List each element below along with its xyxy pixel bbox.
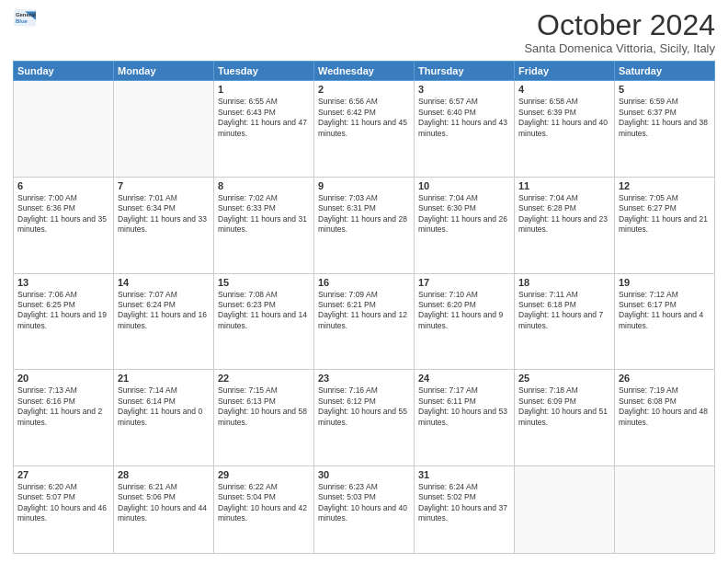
- day-info: Sunrise: 7:05 AM Sunset: 6:27 PM Dayligh…: [619, 193, 711, 236]
- weekday-header-wednesday: Wednesday: [314, 62, 415, 81]
- day-number: 13: [17, 277, 109, 288]
- day-number: 4: [518, 84, 610, 95]
- calendar-cell: 16Sunrise: 7:09 AM Sunset: 6:21 PM Dayli…: [314, 273, 415, 370]
- calendar-cell: 18Sunrise: 7:11 AM Sunset: 6:18 PM Dayli…: [515, 273, 615, 370]
- day-number: 25: [518, 373, 610, 384]
- calendar-cell: 9Sunrise: 7:03 AM Sunset: 6:31 PM Daylig…: [314, 177, 415, 273]
- calendar-cell: 29Sunrise: 6:22 AM Sunset: 5:04 PM Dayli…: [214, 465, 314, 553]
- day-info: Sunrise: 7:11 AM Sunset: 6:18 PM Dayligh…: [518, 290, 610, 332]
- calendar-cell: 25Sunrise: 7:18 AM Sunset: 6:09 PM Dayli…: [515, 370, 615, 466]
- calendar-title: October 2024: [524, 9, 715, 41]
- calendar-cell: 20Sunrise: 7:13 AM Sunset: 6:16 PM Dayli…: [14, 370, 114, 466]
- weekday-header-friday: Friday: [515, 62, 615, 81]
- day-number: 16: [318, 277, 410, 288]
- calendar-cell: 1Sunrise: 6:55 AM Sunset: 6:43 PM Daylig…: [214, 81, 314, 178]
- day-info: Sunrise: 6:59 AM Sunset: 6:37 PM Dayligh…: [619, 97, 711, 139]
- calendar-cell: 27Sunrise: 6:20 AM Sunset: 5:07 PM Dayli…: [14, 465, 114, 553]
- weekday-header-row: SundayMondayTuesdayWednesdayThursdayFrid…: [14, 62, 715, 81]
- day-number: 19: [619, 277, 711, 288]
- calendar-cell: 26Sunrise: 7:19 AM Sunset: 6:08 PM Dayli…: [615, 370, 715, 466]
- day-info: Sunrise: 7:04 AM Sunset: 6:30 PM Dayligh…: [418, 193, 510, 236]
- day-info: Sunrise: 7:13 AM Sunset: 6:16 PM Dayligh…: [17, 385, 109, 428]
- day-number: 3: [418, 84, 510, 95]
- day-info: Sunrise: 7:17 AM Sunset: 6:11 PM Dayligh…: [418, 385, 510, 428]
- day-number: 5: [619, 84, 711, 95]
- day-info: Sunrise: 6:55 AM Sunset: 6:43 PM Dayligh…: [218, 97, 310, 139]
- calendar-cell: [114, 81, 214, 178]
- calendar-cell: 2Sunrise: 6:56 AM Sunset: 6:42 PM Daylig…: [314, 81, 415, 178]
- calendar-cell: 6Sunrise: 7:00 AM Sunset: 6:36 PM Daylig…: [14, 177, 114, 273]
- calendar-cell: 31Sunrise: 6:24 AM Sunset: 5:02 PM Dayli…: [415, 465, 515, 553]
- header: General Blue October 2024 Santa Domenica…: [13, 9, 715, 55]
- calendar-week-row: 1Sunrise: 6:55 AM Sunset: 6:43 PM Daylig…: [14, 81, 715, 178]
- calendar-subtitle: Santa Domenica Vittoria, Sicily, Italy: [524, 41, 715, 55]
- calendar-cell: 13Sunrise: 7:06 AM Sunset: 6:25 PM Dayli…: [14, 273, 114, 370]
- day-info: Sunrise: 7:12 AM Sunset: 6:17 PM Dayligh…: [619, 290, 711, 332]
- calendar-cell: 12Sunrise: 7:05 AM Sunset: 6:27 PM Dayli…: [615, 177, 715, 273]
- day-info: Sunrise: 7:07 AM Sunset: 6:24 PM Dayligh…: [118, 290, 210, 332]
- day-number: 6: [17, 180, 109, 191]
- calendar-cell: 17Sunrise: 7:10 AM Sunset: 6:20 PM Dayli…: [415, 273, 515, 370]
- calendar-cell: 15Sunrise: 7:08 AM Sunset: 6:23 PM Dayli…: [214, 273, 314, 370]
- title-block: October 2024 Santa Domenica Vittoria, Si…: [524, 9, 715, 55]
- day-number: 7: [118, 180, 210, 191]
- day-number: 18: [518, 277, 610, 288]
- day-info: Sunrise: 7:04 AM Sunset: 6:28 PM Dayligh…: [518, 193, 610, 236]
- svg-text:General: General: [16, 12, 36, 17]
- calendar-cell: 11Sunrise: 7:04 AM Sunset: 6:28 PM Dayli…: [515, 177, 615, 273]
- weekday-header-sunday: Sunday: [14, 62, 114, 81]
- day-number: 31: [418, 469, 510, 480]
- day-info: Sunrise: 6:23 AM Sunset: 5:03 PM Dayligh…: [318, 482, 410, 524]
- day-info: Sunrise: 7:14 AM Sunset: 6:14 PM Dayligh…: [118, 385, 210, 428]
- day-info: Sunrise: 7:00 AM Sunset: 6:36 PM Dayligh…: [17, 193, 109, 236]
- day-number: 26: [619, 373, 711, 384]
- calendar-cell: 8Sunrise: 7:02 AM Sunset: 6:33 PM Daylig…: [214, 177, 314, 273]
- day-info: Sunrise: 7:06 AM Sunset: 6:25 PM Dayligh…: [17, 290, 109, 332]
- calendar-cell: 5Sunrise: 6:59 AM Sunset: 6:37 PM Daylig…: [615, 81, 715, 178]
- day-info: Sunrise: 6:57 AM Sunset: 6:40 PM Dayligh…: [418, 97, 510, 139]
- calendar-cell: 21Sunrise: 7:14 AM Sunset: 6:14 PM Dayli…: [114, 370, 214, 466]
- day-number: 17: [418, 277, 510, 288]
- logo-icon: General Blue: [13, 9, 39, 29]
- weekday-header-saturday: Saturday: [615, 62, 715, 81]
- day-number: 9: [318, 180, 410, 191]
- day-info: Sunrise: 6:56 AM Sunset: 6:42 PM Dayligh…: [318, 97, 410, 139]
- calendar-cell: 7Sunrise: 7:01 AM Sunset: 6:34 PM Daylig…: [114, 177, 214, 273]
- calendar-cell: 30Sunrise: 6:23 AM Sunset: 5:03 PM Dayli…: [314, 465, 415, 553]
- weekday-header-monday: Monday: [114, 62, 214, 81]
- day-info: Sunrise: 7:10 AM Sunset: 6:20 PM Dayligh…: [418, 290, 510, 332]
- day-number: 1: [218, 84, 310, 95]
- day-info: Sunrise: 7:03 AM Sunset: 6:31 PM Dayligh…: [318, 193, 410, 236]
- calendar-week-row: 27Sunrise: 6:20 AM Sunset: 5:07 PM Dayli…: [14, 465, 715, 553]
- calendar-cell: 28Sunrise: 6:21 AM Sunset: 5:06 PM Dayli…: [114, 465, 214, 553]
- day-number: 24: [418, 373, 510, 384]
- weekday-header-thursday: Thursday: [415, 62, 515, 81]
- day-number: 23: [318, 373, 410, 384]
- calendar-cell: 3Sunrise: 6:57 AM Sunset: 6:40 PM Daylig…: [415, 81, 515, 178]
- day-number: 30: [318, 469, 410, 480]
- day-number: 2: [318, 84, 410, 95]
- day-info: Sunrise: 6:20 AM Sunset: 5:07 PM Dayligh…: [17, 482, 109, 524]
- day-number: 29: [218, 469, 310, 480]
- day-info: Sunrise: 7:16 AM Sunset: 6:12 PM Dayligh…: [318, 385, 410, 428]
- day-number: 20: [17, 373, 109, 384]
- calendar-week-row: 6Sunrise: 7:00 AM Sunset: 6:36 PM Daylig…: [14, 177, 715, 273]
- day-info: Sunrise: 7:09 AM Sunset: 6:21 PM Dayligh…: [318, 290, 410, 332]
- day-info: Sunrise: 7:19 AM Sunset: 6:08 PM Dayligh…: [619, 385, 711, 428]
- day-info: Sunrise: 6:22 AM Sunset: 5:04 PM Dayligh…: [218, 482, 310, 524]
- calendar-cell: [615, 465, 715, 553]
- calendar-cell: 19Sunrise: 7:12 AM Sunset: 6:17 PM Dayli…: [615, 273, 715, 370]
- day-info: Sunrise: 7:02 AM Sunset: 6:33 PM Dayligh…: [218, 193, 310, 236]
- day-info: Sunrise: 7:15 AM Sunset: 6:13 PM Dayligh…: [218, 385, 310, 428]
- calendar-cell: 22Sunrise: 7:15 AM Sunset: 6:13 PM Dayli…: [214, 370, 314, 466]
- calendar-cell: 14Sunrise: 7:07 AM Sunset: 6:24 PM Dayli…: [114, 273, 214, 370]
- svg-text:Blue: Blue: [16, 18, 28, 24]
- calendar-week-row: 20Sunrise: 7:13 AM Sunset: 6:16 PM Dayli…: [14, 370, 715, 466]
- day-number: 22: [218, 373, 310, 384]
- day-number: 21: [118, 373, 210, 384]
- day-info: Sunrise: 7:08 AM Sunset: 6:23 PM Dayligh…: [218, 290, 310, 332]
- day-number: 8: [218, 180, 310, 191]
- day-number: 14: [118, 277, 210, 288]
- day-number: 28: [118, 469, 210, 480]
- logo: General Blue: [13, 9, 39, 29]
